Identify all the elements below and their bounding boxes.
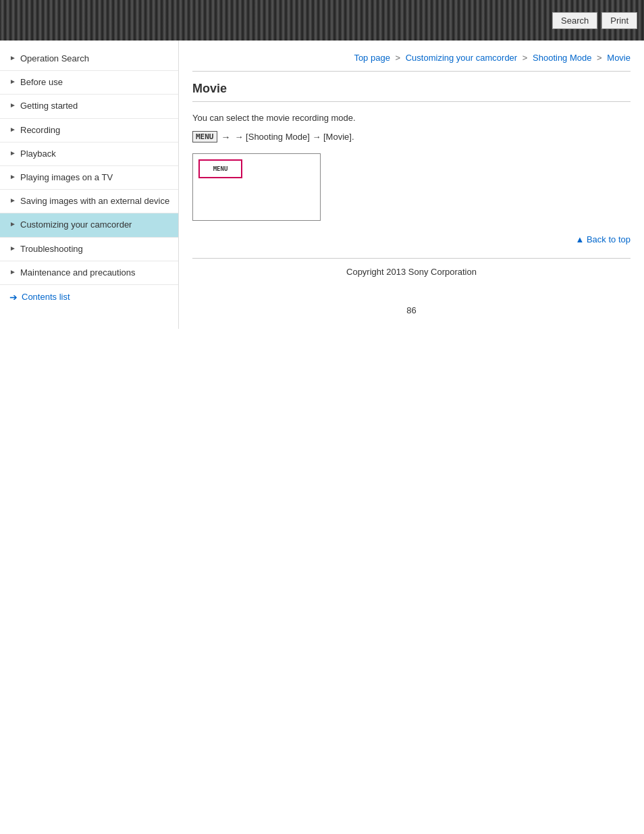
menu-key-label: MENU [192,131,217,142]
copyright-text: Copyright 2013 Sony Corporation [346,267,477,277]
breadcrumb-customizing[interactable]: Customizing your camcorder [406,53,517,63]
sidebar-item-recording[interactable]: ► Recording [0,119,178,142]
sidebar-arrow-icon: ► [9,54,16,61]
contents-list-arrow-icon: ➔ [9,292,18,303]
sidebar-item-label: Operation Search [20,53,171,65]
back-to-top[interactable]: ▲ Back to top [192,234,630,244]
sidebar-item-label: Playing images on a TV [20,172,171,184]
description-text: You can select the movie recording mode. [192,113,630,123]
sidebar-item-troubleshooting[interactable]: ► Troubleshooting [0,238,178,261]
sidebar-item-maintenance[interactable]: ► Maintenance and precautions [0,261,178,285]
header-bar: Search Print [0,0,644,41]
menu-steps-text: → [Shooting Mode] → [Movie]. [235,132,354,142]
sidebar-item-playing-images[interactable]: ► Playing images on a TV [0,166,178,190]
breadcrumb-separator: > [396,53,401,63]
sidebar-arrow-icon: ► [9,268,16,276]
page-number: 86 [192,305,630,315]
sidebar-item-customizing[interactable]: ► Customizing your camcorder [0,213,178,237]
sidebar-arrow-icon: ► [9,220,16,228]
sidebar-arrow-icon: ► [9,101,16,109]
sidebar-item-label: Before use [20,76,171,88]
sidebar-item-label: Playback [20,148,171,160]
arrow-icon: → [221,132,231,142]
sidebar-arrow-icon: ► [9,173,16,180]
sidebar-item-getting-started[interactable]: ► Getting started [0,95,178,118]
sidebar-arrow-icon: ► [9,197,16,204]
back-to-top-link[interactable]: ▲ Back to top [575,234,630,244]
sidebar-item-playback[interactable]: ► Playback [0,142,178,166]
breadcrumb-movie[interactable]: Movie [607,53,630,63]
breadcrumb-shooting-mode[interactable]: Shooting Mode [533,53,591,63]
sidebar-item-before-use[interactable]: ► Before use [0,71,178,95]
sidebar-item-label: Troubleshooting [20,243,171,255]
sidebar-item-saving-images[interactable]: ► Saving images with an external device [0,190,178,213]
sidebar-item-label: Getting started [20,100,171,112]
breadcrumb-separator: > [597,53,602,63]
sidebar-item-label: Recording [20,124,171,136]
breadcrumb-top-page[interactable]: Top page [354,53,390,63]
menu-image-button: MENU [198,159,242,178]
breadcrumb-separator: > [522,53,528,63]
print-button[interactable]: Print [601,12,637,29]
sidebar-item-label: Customizing your camcorder [20,219,171,231]
page-layout: ► Operation Search ► Before use ► Gettin… [0,41,644,329]
page-title: Movie [192,82,630,102]
menu-image-text: MENU [213,165,228,172]
footer: Copyright 2013 Sony Corporation [192,258,630,285]
contents-list-link[interactable]: ➔ Contents list [0,285,178,309]
sidebar-arrow-icon: ► [9,149,16,157]
search-button[interactable]: Search [552,12,597,29]
menu-image: MENU [192,153,321,221]
sidebar: ► Operation Search ► Before use ► Gettin… [0,41,179,329]
sidebar-item-label: Maintenance and precautions [20,267,171,279]
sidebar-item-operation-search[interactable]: ► Operation Search [0,47,178,71]
contents-list-label: Contents list [22,292,70,302]
sidebar-arrow-icon: ► [9,244,16,252]
sidebar-arrow-icon: ► [9,126,16,133]
breadcrumb: Top page > Customizing your camcorder > … [192,47,630,72]
main-content: Top page > Customizing your camcorder > … [179,41,644,329]
menu-instruction: MENU → → [Shooting Mode] → [Movie]. [192,131,630,142]
sidebar-item-label: Saving images with an external device [20,195,171,207]
sidebar-arrow-icon: ► [9,78,16,85]
